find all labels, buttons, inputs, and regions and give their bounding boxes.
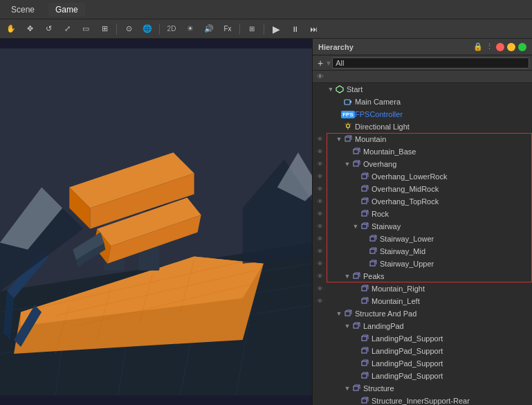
hierarchy-panel: Hierarchy 🔒 ⋮ + ▾ 👁 ▼StartMain CameraFPS <box>312 39 532 405</box>
tree-item-rock[interactable]: 👁Rock <box>313 208 532 220</box>
svg-rect-74 <box>362 212 367 216</box>
icon-overhang_midrock <box>360 184 369 194</box>
icon-structure_and_pad <box>343 309 353 318</box>
toolbar-hand-btn[interactable]: ✋ <box>3 22 19 36</box>
arrow-landing_pad[interactable]: ▼ <box>343 323 351 330</box>
arrow-start[interactable]: ▼ <box>327 86 335 93</box>
window-min-btn[interactable] <box>507 43 515 51</box>
svg-rect-64 <box>362 187 367 191</box>
icon-peaks <box>351 271 361 281</box>
toolbar-fx-btn[interactable]: Fx <box>219 22 236 36</box>
scene-viewport[interactable] <box>0 39 312 405</box>
label-peaks: Peaks <box>363 272 385 280</box>
hierarchy-search-input[interactable] <box>332 57 529 69</box>
icon-main_camera <box>343 97 353 107</box>
hierarchy-tree[interactable]: ▼StartMain CameraFPSFPSControllerDirecti… <box>313 83 532 405</box>
window-close-btn[interactable] <box>496 43 504 51</box>
icon-landing_pad <box>351 321 361 331</box>
svg-rect-99 <box>354 274 358 278</box>
toolbar-pause-btn[interactable]: ⏸ <box>286 22 303 36</box>
toolbar-scale-btn[interactable]: ⤢ <box>59 22 75 36</box>
arrow-peaks[interactable]: ▼ <box>343 273 351 280</box>
toolbar-move-btn[interactable]: ✥ <box>21 22 38 36</box>
icon-overhang_toprock <box>360 197 369 206</box>
svg-rect-149 <box>362 399 367 403</box>
icon-overhang_lowerrock <box>360 172 369 181</box>
tree-item-mountain[interactable]: 👁▼Mountain <box>313 133 532 145</box>
tree-item-mountain_base[interactable]: 👁Mountain_Base <box>313 145 532 158</box>
lock-icon[interactable]: 🔒 <box>473 42 483 51</box>
hierarchy-add-btn[interactable]: + <box>315 57 325 69</box>
svg-rect-84 <box>370 237 375 241</box>
icon-mountain_base <box>351 147 361 156</box>
svg-rect-129 <box>362 349 367 353</box>
icon-rock <box>360 209 369 219</box>
window-max-btn[interactable] <box>518 43 526 51</box>
tree-item-stairway_mid[interactable]: 👁Stairway_Mid <box>313 245 532 258</box>
arrow-structure[interactable]: ▼ <box>343 385 351 392</box>
toolbar-audio-btn[interactable]: 🔊 <box>201 22 217 36</box>
tree-item-structure_inner_rear[interactable]: Structure_InnerSupport-Rear <box>313 395 532 405</box>
tree-item-landing_pad_support2[interactable]: LandingPad_Support <box>313 345 532 357</box>
tree-item-landing_pad[interactable]: ▼LandingPad <box>313 320 532 332</box>
tree-item-overhang_lowerrock[interactable]: 👁Overhang_LowerRock <box>313 170 532 183</box>
tree-item-landing_pad_support4[interactable]: LandingPad_Support <box>313 370 532 382</box>
arrow-stairway[interactable]: ▼ <box>351 223 360 230</box>
icon-structure_inner_rear <box>360 396 369 405</box>
tree-item-start[interactable]: ▼Start <box>313 83 532 96</box>
toolbar-center-btn[interactable]: ⊙ <box>120 22 137 36</box>
tree-item-stairway_lower[interactable]: 👁Stairway_Lower <box>313 233 532 245</box>
arrow-structure_and_pad[interactable]: ▼ <box>335 310 343 317</box>
toolbar-play-btn[interactable]: ▶ <box>268 22 284 36</box>
label-overhang: Overhang <box>363 160 396 168</box>
svg-rect-134 <box>362 361 367 366</box>
label-landing_pad_support3: LandingPad_Support <box>372 359 443 368</box>
icon-mountain_left <box>360 296 369 306</box>
tree-item-overhang_toprock[interactable]: 👁Overhang_TopRock <box>313 195 532 208</box>
tree-item-mountain_left[interactable]: 👁Mountain_Left <box>313 295 532 307</box>
label-mountain: Mountain <box>355 135 386 143</box>
tree-item-peaks[interactable]: 👁▼Peaks <box>313 270 532 282</box>
tree-item-directional_light[interactable]: Directional Light <box>313 120 532 133</box>
label-landing_pad_support4: LandingPad_Support <box>372 372 443 380</box>
arrow-overhang[interactable]: ▼ <box>343 161 351 168</box>
label-directional_light: Directional Light <box>355 123 410 131</box>
toolbar-transform-btn[interactable]: ⊞ <box>96 22 113 36</box>
arrow-mountain[interactable]: ▼ <box>335 136 343 143</box>
toolbar-rotate-btn[interactable]: ↺ <box>40 22 57 36</box>
toolbar-rect-btn[interactable]: ▭ <box>77 22 94 36</box>
toolbar-global-btn[interactable]: 🌐 <box>139 22 156 36</box>
sep4 <box>264 24 264 35</box>
label-stairway_upper: Stairway_Upper <box>380 260 434 268</box>
tree-item-structure_and_pad[interactable]: ▼Structure And Pad <box>313 307 532 320</box>
tab-scene[interactable]: Scene <box>4 3 42 17</box>
toolbar-step-btn[interactable]: ⏭ <box>305 22 322 36</box>
icon-structure <box>351 384 361 393</box>
svg-rect-59 <box>362 174 367 179</box>
icon-landing_pad_support1 <box>360 334 369 343</box>
toolbar-lighting-btn[interactable]: ☀ <box>182 22 199 36</box>
tree-item-stairway[interactable]: 👁▼Stairway <box>313 220 532 233</box>
eye-col-mountain_left: 👁 <box>313 298 327 305</box>
toolbar-sep: ▾ <box>327 58 331 68</box>
eye-col-icon: 👁 <box>317 73 324 80</box>
eye-col-mountain: 👁 <box>313 136 327 143</box>
eye-col-stairway_mid: 👁 <box>313 248 327 255</box>
svg-rect-144 <box>354 386 358 390</box>
tree-item-stairway_upper[interactable]: 👁Stairway_Upper <box>313 258 532 270</box>
tree-item-fps_controller[interactable]: FPSFPSController <box>313 108 532 120</box>
tree-item-overhang_midrock[interactable]: 👁Overhang_MidRock <box>313 183 532 195</box>
toolbar-gizmos-btn[interactable]: ⊞ <box>244 22 260 36</box>
tree-item-landing_pad_support1[interactable]: LandingPad_Support <box>313 332 532 345</box>
label-start: Start <box>347 85 363 93</box>
tab-game[interactable]: Game <box>48 3 85 17</box>
svg-rect-79 <box>362 224 367 228</box>
tree-item-structure[interactable]: ▼Structure <box>313 382 532 395</box>
tree-item-overhang[interactable]: 👁▼Overhang <box>313 158 532 170</box>
icon-overhang <box>351 159 361 169</box>
tree-item-main_camera[interactable]: Main Camera <box>313 96 532 108</box>
toolbar-2d-btn[interactable]: 2D <box>163 22 180 36</box>
menu-icon[interactable]: ⋮ <box>486 42 493 51</box>
tree-item-landing_pad_support3[interactable]: LandingPad_Support <box>313 357 532 370</box>
tree-item-mountain_right[interactable]: 👁Mountain_Right <box>313 282 532 295</box>
